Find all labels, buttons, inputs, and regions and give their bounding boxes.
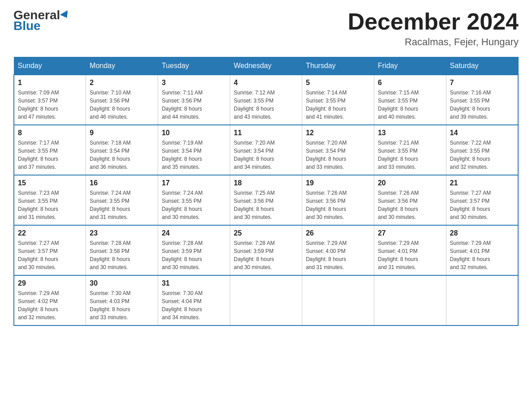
day-number: 3 — [162, 79, 226, 87]
day-number: 23 — [90, 229, 154, 237]
day-info: Sunrise: 7:21 AMSunset: 3:55 PMDaylight:… — [378, 139, 442, 171]
day-number: 28 — [450, 229, 514, 237]
day-number: 12 — [306, 129, 370, 137]
calendar-cell: 1Sunrise: 7:09 AMSunset: 3:57 PMDaylight… — [14, 75, 86, 125]
day-number: 1 — [18, 79, 82, 87]
page-header: General Blue December 2024 Racalmas, Fej… — [13, 9, 519, 48]
day-number: 6 — [378, 79, 442, 87]
day-number: 31 — [162, 279, 226, 287]
day-info: Sunrise: 7:11 AMSunset: 3:56 PMDaylight:… — [162, 89, 226, 121]
logo-triangle-icon — [60, 10, 71, 20]
calendar-cell: 30Sunrise: 7:30 AMSunset: 4:03 PMDayligh… — [86, 275, 158, 325]
calendar-cell: 6Sunrise: 7:15 AMSunset: 3:55 PMDaylight… — [374, 75, 446, 125]
calendar-cell: 11Sunrise: 7:20 AMSunset: 3:54 PMDayligh… — [230, 125, 302, 175]
day-info: Sunrise: 7:27 AMSunset: 3:57 PMDaylight:… — [18, 239, 82, 271]
day-info: Sunrise: 7:24 AMSunset: 3:55 PMDaylight:… — [162, 189, 226, 221]
day-info: Sunrise: 7:28 AMSunset: 3:59 PMDaylight:… — [234, 239, 298, 271]
calendar-cell: 18Sunrise: 7:25 AMSunset: 3:56 PMDayligh… — [230, 175, 302, 225]
calendar-cell: 3Sunrise: 7:11 AMSunset: 3:56 PMDaylight… — [158, 75, 230, 125]
calendar-cell: 20Sunrise: 7:26 AMSunset: 3:56 PMDayligh… — [374, 175, 446, 225]
calendar-cell: 22Sunrise: 7:27 AMSunset: 3:57 PMDayligh… — [14, 225, 86, 275]
calendar-table: SundayMondayTuesdayWednesdayThursdayFrid… — [13, 57, 519, 326]
day-header-tuesday: Tuesday — [158, 57, 230, 75]
week-row-1: 1Sunrise: 7:09 AMSunset: 3:57 PMDaylight… — [14, 75, 518, 125]
calendar-cell: 7Sunrise: 7:16 AMSunset: 3:55 PMDaylight… — [446, 75, 518, 125]
day-info: Sunrise: 7:14 AMSunset: 3:55 PMDaylight:… — [306, 89, 370, 121]
calendar-cell: 25Sunrise: 7:28 AMSunset: 3:59 PMDayligh… — [230, 225, 302, 275]
week-row-5: 29Sunrise: 7:29 AMSunset: 4:02 PMDayligh… — [14, 275, 518, 325]
calendar-cell — [230, 275, 302, 325]
calendar-cell: 21Sunrise: 7:27 AMSunset: 3:57 PMDayligh… — [446, 175, 518, 225]
day-number: 7 — [450, 79, 514, 87]
calendar-cell: 26Sunrise: 7:29 AMSunset: 4:00 PMDayligh… — [302, 225, 374, 275]
calendar-cell: 16Sunrise: 7:24 AMSunset: 3:55 PMDayligh… — [86, 175, 158, 225]
day-number: 26 — [306, 229, 370, 237]
day-info: Sunrise: 7:22 AMSunset: 3:55 PMDaylight:… — [450, 139, 514, 171]
day-info: Sunrise: 7:20 AMSunset: 3:54 PMDaylight:… — [306, 139, 370, 171]
calendar-cell: 28Sunrise: 7:29 AMSunset: 4:01 PMDayligh… — [446, 225, 518, 275]
day-info: Sunrise: 7:29 AMSunset: 4:01 PMDaylight:… — [450, 239, 514, 271]
logo: General Blue — [13, 9, 70, 32]
calendar-cell: 10Sunrise: 7:19 AMSunset: 3:54 PMDayligh… — [158, 125, 230, 175]
header-row: SundayMondayTuesdayWednesdayThursdayFrid… — [14, 57, 518, 75]
day-info: Sunrise: 7:29 AMSunset: 4:02 PMDaylight:… — [18, 289, 82, 321]
day-info: Sunrise: 7:26 AMSunset: 3:56 PMDaylight:… — [306, 189, 370, 221]
day-info: Sunrise: 7:18 AMSunset: 3:54 PMDaylight:… — [90, 139, 154, 171]
day-info: Sunrise: 7:19 AMSunset: 3:54 PMDaylight:… — [162, 139, 226, 171]
day-header-wednesday: Wednesday — [230, 57, 302, 75]
day-info: Sunrise: 7:15 AMSunset: 3:55 PMDaylight:… — [378, 89, 442, 121]
day-header-saturday: Saturday — [446, 57, 518, 75]
day-number: 9 — [90, 129, 154, 137]
day-number: 15 — [18, 179, 82, 187]
day-number: 30 — [90, 279, 154, 287]
day-info: Sunrise: 7:12 AMSunset: 3:55 PMDaylight:… — [234, 89, 298, 121]
day-info: Sunrise: 7:30 AMSunset: 4:04 PMDaylight:… — [162, 289, 226, 321]
day-number: 5 — [306, 79, 370, 87]
calendar-cell: 23Sunrise: 7:28 AMSunset: 3:58 PMDayligh… — [86, 225, 158, 275]
week-row-4: 22Sunrise: 7:27 AMSunset: 3:57 PMDayligh… — [14, 225, 518, 275]
calendar-cell: 5Sunrise: 7:14 AMSunset: 3:55 PMDaylight… — [302, 75, 374, 125]
day-info: Sunrise: 7:29 AMSunset: 4:01 PMDaylight:… — [378, 239, 442, 271]
calendar-cell: 17Sunrise: 7:24 AMSunset: 3:55 PMDayligh… — [158, 175, 230, 225]
day-header-friday: Friday — [374, 57, 446, 75]
day-info: Sunrise: 7:20 AMSunset: 3:54 PMDaylight:… — [234, 139, 298, 171]
day-info: Sunrise: 7:30 AMSunset: 4:03 PMDaylight:… — [90, 289, 154, 321]
calendar-cell: 9Sunrise: 7:18 AMSunset: 3:54 PMDaylight… — [86, 125, 158, 175]
logo-blue-text: Blue — [13, 20, 41, 32]
calendar-cell: 4Sunrise: 7:12 AMSunset: 3:55 PMDaylight… — [230, 75, 302, 125]
title-section: December 2024 Racalmas, Fejer, Hungary — [348, 9, 519, 48]
day-info: Sunrise: 7:23 AMSunset: 3:55 PMDaylight:… — [18, 189, 82, 221]
location-text: Racalmas, Fejer, Hungary — [348, 36, 519, 48]
day-info: Sunrise: 7:17 AMSunset: 3:55 PMDaylight:… — [18, 139, 82, 171]
month-title: December 2024 — [348, 9, 519, 34]
day-number: 24 — [162, 229, 226, 237]
day-number: 13 — [378, 129, 442, 137]
calendar-cell: 8Sunrise: 7:17 AMSunset: 3:55 PMDaylight… — [14, 125, 86, 175]
day-info: Sunrise: 7:16 AMSunset: 3:55 PMDaylight:… — [450, 89, 514, 121]
day-info: Sunrise: 7:09 AMSunset: 3:57 PMDaylight:… — [18, 89, 82, 121]
calendar-cell: 27Sunrise: 7:29 AMSunset: 4:01 PMDayligh… — [374, 225, 446, 275]
day-number: 21 — [450, 179, 514, 187]
day-number: 17 — [162, 179, 226, 187]
calendar-cell — [446, 275, 518, 325]
day-header-monday: Monday — [86, 57, 158, 75]
day-number: 16 — [90, 179, 154, 187]
day-header-sunday: Sunday — [14, 57, 86, 75]
day-info: Sunrise: 7:29 AMSunset: 4:00 PMDaylight:… — [306, 239, 370, 271]
day-number: 20 — [378, 179, 442, 187]
day-info: Sunrise: 7:25 AMSunset: 3:56 PMDaylight:… — [234, 189, 298, 221]
calendar-cell: 29Sunrise: 7:29 AMSunset: 4:02 PMDayligh… — [14, 275, 86, 325]
day-info: Sunrise: 7:28 AMSunset: 3:58 PMDaylight:… — [90, 239, 154, 271]
day-number: 22 — [18, 229, 82, 237]
calendar-cell — [374, 275, 446, 325]
week-row-3: 15Sunrise: 7:23 AMSunset: 3:55 PMDayligh… — [14, 175, 518, 225]
day-number: 14 — [450, 129, 514, 137]
day-number: 18 — [234, 179, 298, 187]
day-number: 8 — [18, 129, 82, 137]
calendar-cell — [302, 275, 374, 325]
day-number: 29 — [18, 279, 82, 287]
day-info: Sunrise: 7:27 AMSunset: 3:57 PMDaylight:… — [450, 189, 514, 221]
calendar-cell: 14Sunrise: 7:22 AMSunset: 3:55 PMDayligh… — [446, 125, 518, 175]
day-info: Sunrise: 7:28 AMSunset: 3:59 PMDaylight:… — [162, 239, 226, 271]
day-number: 27 — [378, 229, 442, 237]
